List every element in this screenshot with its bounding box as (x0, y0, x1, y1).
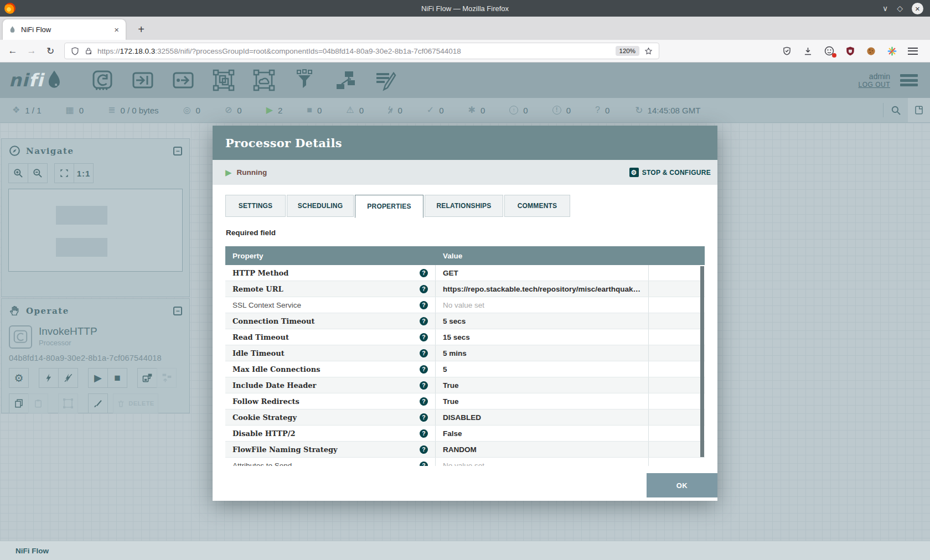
forward-button[interactable]: → (22, 45, 41, 56)
enable-button[interactable] (39, 368, 59, 388)
refresh-icon[interactable]: ↻ (635, 105, 643, 116)
birdseye-minimap[interactable] (8, 189, 183, 272)
property-row[interactable]: Include Date Header?True (225, 377, 705, 393)
tab-relationships[interactable]: RELATIONSHIPS (425, 195, 503, 217)
help-icon[interactable]: ? (420, 429, 428, 438)
disable-button[interactable] (58, 368, 78, 388)
help-icon[interactable]: ? (420, 333, 428, 341)
start-button[interactable]: ▶ (88, 368, 108, 388)
processor-component-icon[interactable] (91, 69, 113, 91)
help-icon[interactable]: ? (420, 365, 428, 374)
input-port-component-icon[interactable] (132, 69, 154, 91)
create-template-button[interactable] (137, 368, 157, 388)
fit-icon (59, 168, 70, 179)
global-menu-icon[interactable] (900, 74, 918, 86)
help-icon[interactable]: ? (420, 381, 428, 390)
ublock-shield-icon[interactable] (845, 46, 855, 56)
last-refresh[interactable]: ↻ 14:45:08 GMT (635, 105, 700, 116)
process-group-component-icon[interactable] (213, 69, 235, 91)
stop-and-configure-button[interactable]: ⚙ STOP & CONFIGURE (629, 168, 711, 177)
status-item-locally-modified: ✱0 (468, 106, 485, 115)
property-row[interactable]: Max Idle Connections?5 (225, 361, 705, 377)
property-row[interactable]: FlowFile Naming Strategy?RANDOM (225, 442, 705, 458)
dialog-header: Processor Details (213, 126, 717, 160)
operate-collapse-button[interactable]: − (173, 307, 182, 315)
status-item-up-to-date: ✓0 (427, 106, 444, 115)
copy-button[interactable] (9, 393, 29, 413)
label-component-icon[interactable] (374, 69, 396, 91)
upload-template-button[interactable] (157, 368, 177, 388)
property-row[interactable]: HTTP Method?GET (225, 265, 705, 281)
configure-button[interactable]: ⚙ (9, 368, 29, 388)
zoom-actual-button[interactable]: 1:1 (74, 163, 94, 183)
zoom-fit-button[interactable] (54, 163, 74, 183)
back-button[interactable]: ← (3, 45, 22, 56)
stop-button[interactable]: ■ (107, 368, 127, 388)
tab-scheduling[interactable]: SCHEDULING (287, 195, 354, 217)
tab-settings[interactable]: SETTINGS (225, 195, 286, 217)
fill-color-button[interactable] (88, 393, 108, 413)
tracking-shield-icon[interactable] (70, 46, 80, 56)
breadcrumb[interactable]: NiFi Flow (0, 541, 930, 560)
browser-menu-icon[interactable] (908, 48, 918, 55)
property-row[interactable]: Connection Timeout?5 secs (225, 313, 705, 329)
paste-button[interactable] (28, 393, 48, 413)
property-row[interactable]: Remote URL?https://repo.stackable.tech/r… (225, 281, 705, 297)
bookmark-star-icon[interactable] (644, 46, 653, 56)
help-icon[interactable]: ? (420, 397, 428, 406)
property-row[interactable]: Cookie Strategy?DISABLED (225, 409, 705, 426)
property-row[interactable]: Attributes to Send?No value set (225, 458, 705, 466)
template-component-icon[interactable] (334, 69, 356, 91)
property-row[interactable]: Follow Redirects?True (225, 393, 705, 409)
search-button[interactable] (884, 98, 908, 122)
window-menu-icon[interactable]: ∨ (882, 4, 888, 12)
property-name-cell: HTTP Method? (225, 265, 436, 281)
tab-properties[interactable]: PROPERTIES (355, 195, 423, 218)
page-zoom-badge[interactable]: 120% (616, 46, 639, 56)
new-tab-button[interactable]: + (133, 21, 149, 38)
help-icon[interactable]: ? (420, 317, 428, 325)
delete-button[interactable]: DELETE (113, 393, 158, 413)
property-row[interactable]: Disable HTTP/2?False (225, 426, 705, 442)
brush-icon (93, 398, 103, 408)
logout-link[interactable]: LOG OUT (858, 81, 890, 89)
reload-button[interactable]: ↻ (41, 45, 60, 57)
account-icon[interactable] (824, 45, 835, 56)
navigate-collapse-button[interactable]: − (173, 147, 182, 155)
output-port-component-icon[interactable] (172, 69, 194, 91)
breadcrumb-root[interactable]: NiFi Flow (16, 547, 49, 555)
help-icon[interactable]: ? (420, 269, 428, 277)
browser-tab-nifi[interactable]: NiFi Flow × (3, 19, 126, 40)
pocket-shield-icon[interactable] (782, 46, 792, 56)
help-icon[interactable]: ? (420, 413, 428, 422)
zoom-in-button[interactable] (8, 163, 28, 183)
help-icon[interactable]: ? (420, 285, 428, 293)
compass-icon (9, 145, 20, 157)
group-button[interactable] (58, 393, 78, 413)
colorways-icon[interactable] (887, 46, 897, 56)
downloads-icon[interactable] (803, 46, 813, 56)
tab-close-icon[interactable]: × (113, 25, 120, 34)
property-row[interactable]: Idle Timeout?5 mins (225, 345, 705, 361)
running-icon: ▶ (266, 106, 273, 115)
property-row[interactable]: Read Timeout?15 secs (225, 329, 705, 345)
help-icon[interactable]: ? (420, 462, 428, 466)
help-icon[interactable]: ? (420, 445, 428, 454)
window-close-icon[interactable]: × (912, 3, 923, 14)
remote-process-group-component-icon[interactable] (253, 69, 275, 91)
cookie-icon[interactable] (866, 46, 876, 56)
lock-warning-icon[interactable] (84, 46, 93, 55)
remote-not-transmitting-count: 0 (237, 106, 241, 115)
tab-comments[interactable]: COMMENTS (504, 195, 570, 217)
zoom-out-button[interactable] (28, 163, 48, 183)
ok-button[interactable]: OK (647, 473, 717, 497)
window-restore-icon[interactable]: ◇ (897, 4, 903, 12)
help-icon[interactable]: ? (420, 301, 428, 309)
help-icon[interactable]: ? (420, 349, 428, 357)
property-name-cell: Read Timeout? (225, 329, 436, 345)
birdseye-toggle-button[interactable] (908, 98, 930, 122)
table-scrollbar[interactable] (700, 266, 704, 457)
address-bar[interactable]: https://172.18.0.3:32558/nifi/?processGr… (64, 43, 659, 59)
funnel-component-icon[interactable] (293, 69, 316, 91)
property-row[interactable]: SSL Context Service?No value set (225, 297, 705, 313)
